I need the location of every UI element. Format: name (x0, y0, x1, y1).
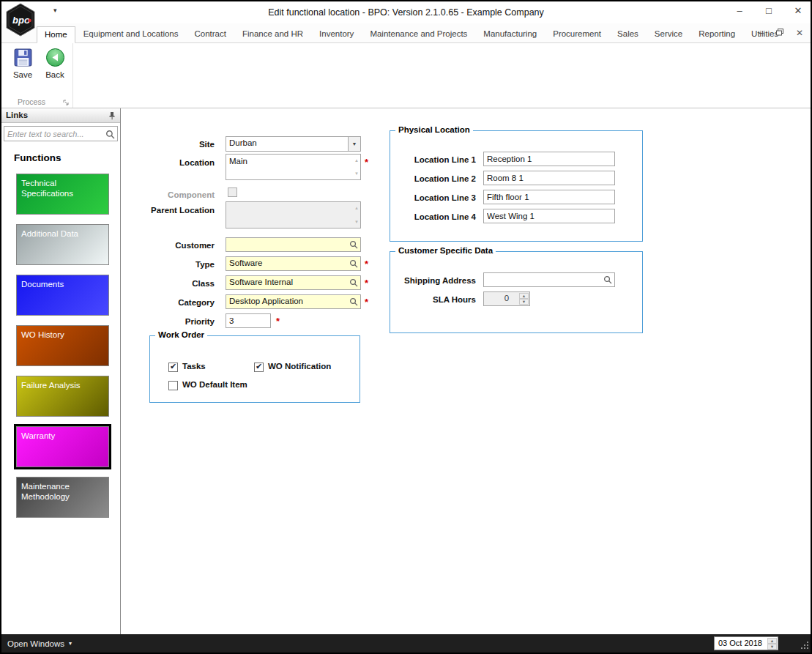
location-line-4-label: Location Line 4 (390, 209, 476, 224)
location-line-2-input[interactable] (483, 171, 615, 185)
sla-hours-value: 0 (504, 294, 509, 302)
category-value: Desktop Application (229, 297, 303, 305)
tab-service[interactable]: Service (647, 26, 690, 42)
tab-finance-and-hr[interactable]: Finance and HR (234, 26, 311, 42)
tab-manufacturing[interactable]: Manufacturing (475, 26, 545, 42)
location-value: Main (229, 157, 247, 166)
process-group-launcher-icon[interactable] (63, 99, 70, 108)
links-panel-header: Links (1, 108, 120, 123)
mdi-window-controls: – ✕ (759, 28, 803, 38)
sidebar-item-label: Additional Data (21, 229, 78, 238)
tab-inventory[interactable]: Inventory (311, 26, 362, 42)
save-button-label: Save (13, 70, 32, 79)
tab-contract[interactable]: Contract (186, 26, 234, 42)
physical-location-group-title: Physical Location (395, 125, 473, 134)
mdi-restore-icon[interactable] (776, 28, 783, 38)
location-line-1-label: Location Line 1 (390, 152, 476, 167)
open-windows-button[interactable]: Open Windows ▾ (7, 639, 72, 648)
shipping-address-input[interactable] (483, 272, 615, 287)
close-button[interactable]: ✕ (791, 5, 805, 16)
tab-maintenance-and-projects[interactable]: Maintenance and Projects (362, 26, 475, 42)
sidebar-item-warranty[interactable]: Warranty (16, 426, 109, 467)
location-input[interactable]: Main ▲ ▼ (226, 154, 361, 180)
class-lookup-icon[interactable] (349, 278, 358, 289)
date-picker[interactable]: 03 Oct 2018 ▲ ▼ (714, 636, 778, 650)
component-checkbox[interactable] (228, 187, 237, 197)
mdi-minimize-button[interactable]: – (759, 28, 764, 38)
mdi-close-button[interactable]: ✕ (796, 28, 803, 38)
location-line-4-input[interactable] (483, 209, 615, 223)
scroll-up-icon: ▲ (354, 203, 359, 213)
wo-default-item-checkbox-label: WO Default Item (182, 380, 247, 389)
open-windows-label: Open Windows (7, 639, 64, 648)
tab-procurement[interactable]: Procurement (545, 26, 609, 42)
scroll-down-icon[interactable]: ▼ (354, 168, 359, 179)
category-input[interactable]: Desktop Application (226, 294, 361, 309)
location-line-2-label: Location Line 2 (390, 171, 476, 186)
sidebar-item-additional-data[interactable]: Additional Data (16, 224, 109, 265)
tab-home[interactable]: Home (37, 26, 75, 43)
sla-hours-input[interactable]: 0 ▲ ▼ (483, 291, 530, 306)
shipping-address-lookup-icon[interactable] (603, 275, 612, 286)
back-arrow-icon (45, 48, 65, 67)
parent-location-input[interactable]: ▲ ▼ (226, 201, 361, 228)
sidebar-item-wo-history[interactable]: WO History (16, 325, 109, 366)
links-panel: Links Functions Technical Specifications… (1, 108, 121, 634)
category-label: Category (121, 295, 215, 310)
sidebar-item-failure-analysis[interactable]: Failure Analysis (16, 376, 109, 417)
pin-icon[interactable] (108, 111, 116, 122)
site-select[interactable]: Durban ▼ (226, 136, 361, 152)
priority-label: Priority (121, 314, 215, 329)
parent-location-label: Parent Location (121, 203, 215, 218)
edit-form: Site Location Component Parent Location … (121, 108, 811, 634)
tasks-checkbox[interactable] (168, 363, 178, 372)
date-spinner: ▲ ▼ (767, 638, 777, 649)
spinner-up-icon[interactable]: ▲ (519, 293, 529, 299)
save-floppy-icon (13, 48, 33, 67)
sidebar-item-maintenance-methodology[interactable]: Maintenance Methodology (16, 477, 109, 518)
spinner-up-icon[interactable]: ▲ (767, 638, 777, 644)
class-input[interactable]: Software Internal (226, 275, 361, 290)
save-button[interactable]: Save (7, 48, 38, 79)
wo-notification-checkbox[interactable] (254, 363, 264, 372)
sidebar-item-documents[interactable]: Documents (16, 275, 109, 316)
sidebar-item-technical-specifications[interactable]: Technical Specifications (16, 174, 109, 215)
wo-notification-checkbox-label: WO Notification (268, 362, 331, 371)
minimize-button[interactable]: – (733, 5, 746, 16)
sidebar-item-label: Failure Analysis (21, 381, 81, 390)
open-windows-caret-icon: ▾ (69, 640, 72, 647)
search-icon[interactable] (105, 129, 115, 142)
maximize-button[interactable]: □ (762, 5, 775, 16)
customer-label: Customer (121, 238, 215, 253)
category-lookup-icon[interactable] (349, 297, 358, 308)
site-dropdown-icon[interactable]: ▼ (348, 137, 360, 151)
spinner-down-icon[interactable]: ▼ (519, 299, 529, 305)
tasks-checkbox-label: Tasks (182, 362, 206, 371)
scroll-up-icon[interactable]: ▲ (354, 155, 359, 166)
work-order-group: Work Order Tasks WO Notification WO Defa… (149, 335, 360, 403)
tab-equipment-and-locations[interactable]: Equipment and Locations (75, 26, 187, 42)
customer-input[interactable] (226, 237, 361, 252)
type-input[interactable]: Software (226, 256, 361, 271)
resize-grip-icon[interactable] (800, 640, 809, 651)
quick-access-caret-icon[interactable]: ▾ (53, 7, 57, 14)
back-button-label: Back (45, 70, 64, 79)
physical-location-group: Physical Location Location Line 1 Locati… (390, 130, 643, 242)
sla-hours-spinner: ▲ ▼ (519, 293, 529, 305)
status-bar: Open Windows ▾ 03 Oct 2018 ▲ ▼ (1, 634, 811, 653)
priority-input[interactable] (226, 313, 271, 328)
search-input[interactable] (4, 126, 118, 141)
spinner-down-icon[interactable]: ▼ (767, 644, 777, 650)
tab-sales[interactable]: Sales (609, 26, 647, 42)
window-title: Edit functional location - BPO: Version … (89, 7, 723, 18)
category-required-marker: * (365, 297, 368, 308)
sla-hours-label: SLA Hours (390, 292, 476, 307)
customer-lookup-icon[interactable] (349, 240, 358, 250)
date-value: 03 Oct 2018 (718, 639, 762, 647)
tab-reporting[interactable]: Reporting (690, 26, 743, 42)
back-button[interactable]: Back (40, 48, 70, 79)
type-lookup-icon[interactable] (349, 259, 358, 270)
location-line-1-input[interactable] (483, 152, 615, 166)
wo-default-item-checkbox[interactable] (168, 381, 178, 390)
location-line-3-input[interactable] (483, 190, 615, 204)
